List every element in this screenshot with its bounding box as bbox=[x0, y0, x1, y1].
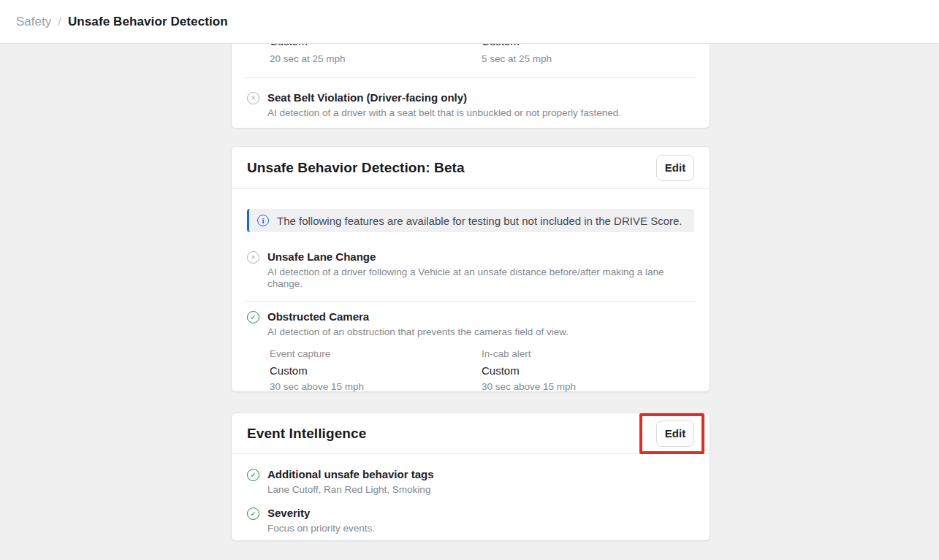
setting-label: In-cab alert bbox=[482, 348, 694, 360]
divider bbox=[244, 301, 697, 302]
breadcrumb-safety-link[interactable]: Safety bbox=[16, 15, 51, 29]
beta-edit-button[interactable]: Edit bbox=[656, 155, 694, 181]
beta-card-header: Unsafe Behavior Detection: Beta Edit bbox=[232, 147, 710, 189]
feature-title: Severity bbox=[267, 507, 694, 520]
breadcrumb-separator: / bbox=[58, 15, 61, 29]
feature-item-unsafe-lane-change: Unsafe Lane Change AI detection of a dri… bbox=[232, 250, 710, 290]
setting-value: Custom bbox=[270, 364, 482, 377]
divider bbox=[244, 77, 697, 78]
event-intelligence-edit-button[interactable]: Edit bbox=[656, 421, 694, 447]
page-title: Unsafe Behavior Detection bbox=[68, 15, 228, 29]
feature-title: Unsafe Lane Change bbox=[267, 250, 694, 264]
feature-description: AI detection of a driver with a seat bel… bbox=[267, 107, 694, 119]
info-circle-icon bbox=[257, 215, 269, 226]
breadcrumb: Safety / Unsafe Behavior Detection bbox=[16, 15, 228, 29]
feature-description: Focus on priority events. bbox=[267, 523, 694, 534]
setting-detail: 20 sec at 25 mph bbox=[270, 53, 482, 65]
beta-banner-text: The following features are available for… bbox=[277, 215, 682, 227]
feature-title: Additional unsafe behavior tags bbox=[267, 468, 694, 481]
feature-description: Lane Cutoff, Ran Red Light, Smoking bbox=[267, 484, 694, 496]
feature-title: Obstructed Camera bbox=[267, 310, 694, 323]
setting-value: Custom bbox=[482, 364, 694, 377]
setting-detail: 30 sec above 15 mph bbox=[482, 381, 694, 393]
feature-description: AI detection of an obstruction that prev… bbox=[267, 326, 694, 338]
feature-item-unsafe-behavior-tags: Additional unsafe behavior tags Lane Cut… bbox=[232, 468, 710, 496]
check-circle-icon bbox=[247, 469, 259, 481]
feature-title: Seat Belt Violation (Driver-facing only) bbox=[267, 91, 694, 104]
check-circle-icon bbox=[247, 311, 259, 323]
event-intelligence-header: Event Intelligence Edit bbox=[232, 413, 710, 454]
feature-description: AI detection of a driver following a Veh… bbox=[267, 266, 694, 290]
beta-card: Unsafe Behavior Detection: Beta Edit The… bbox=[231, 146, 710, 392]
top-bar: Safety / Unsafe Behavior Detection bbox=[0, 0, 939, 44]
x-circle-icon bbox=[247, 92, 259, 104]
setting-detail: 5 sec at 25 mph bbox=[482, 53, 694, 65]
beta-info-banner: The following features are available for… bbox=[247, 209, 694, 232]
event-intelligence-card: Event Intelligence Edit Additional unsaf… bbox=[231, 413, 710, 541]
event-intelligence-title: Event Intelligence bbox=[247, 426, 366, 442]
x-circle-icon bbox=[247, 251, 259, 264]
feature-item-severity: Severity Focus on priority events. bbox=[232, 507, 710, 534]
check-circle-icon bbox=[247, 507, 259, 520]
feature-item-seat-belt: Seat Belt Violation (Driver-facing only)… bbox=[232, 91, 710, 119]
setting-detail: 30 sec above 15 mph bbox=[270, 381, 482, 393]
beta-card-title: Unsafe Behavior Detection: Beta bbox=[247, 160, 465, 176]
feature-item-obstructed-camera: Obstructed Camera AI detection of an obs… bbox=[232, 310, 710, 338]
setting-label: Event capture bbox=[270, 348, 482, 360]
